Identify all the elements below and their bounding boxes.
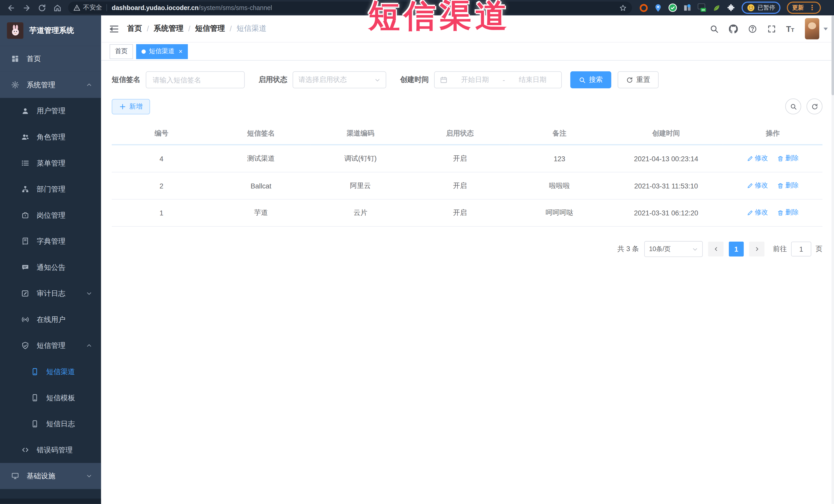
breadcrumb-sms[interactable]: 短信管理 xyxy=(195,24,225,34)
sidebar-item-user-management[interactable]: 用户管理 xyxy=(0,98,101,124)
date-start-placeholder: 开始日期 xyxy=(452,75,499,85)
toggle-search-button[interactable] xyxy=(785,98,801,114)
browser-update-button[interactable]: 更新 ⋮ xyxy=(787,2,821,14)
delete-link[interactable]: 删除 xyxy=(777,154,798,163)
header-search-icon[interactable] xyxy=(709,24,719,33)
delete-link[interactable]: 删除 xyxy=(777,181,798,190)
browser-forward-icon[interactable] xyxy=(22,3,31,12)
url-domain: dashboard.yudao.iocoder.cn xyxy=(112,4,199,12)
chevron-down-icon xyxy=(86,473,92,479)
tag-sms-channel[interactable]: 短信渠道 × xyxy=(136,44,188,59)
status-select[interactable]: 请选择启用状态 xyxy=(293,71,386,88)
next-page-button[interactable] xyxy=(749,242,764,257)
log-edit-icon xyxy=(21,289,29,297)
chevron-up-icon xyxy=(86,343,92,349)
sms-channel-table: 编号 短信签名 渠道编码 启用状态 备注 创建时间 操作 4 测试渠道 调试(钉… xyxy=(112,123,822,227)
sidebar-item-sms-channel[interactable]: 短信渠道 xyxy=(0,359,101,385)
trash-icon xyxy=(777,210,784,216)
font-size-icon[interactable]: TT xyxy=(786,24,794,33)
sidebar-item-audit-log[interactable]: 审计日志 xyxy=(0,280,101,307)
status-value: 开启 xyxy=(410,145,510,172)
extension-icons: on xyxy=(639,3,735,12)
sidebar-item-menu-management[interactable]: 菜单管理 xyxy=(0,150,101,176)
sidebar-item-dept-management[interactable]: 部门管理 xyxy=(0,176,101,202)
extension-check-icon[interactable] xyxy=(668,3,677,12)
select-chevron-down-icon xyxy=(692,246,698,252)
breadcrumb: 首页 / 系统管理 / 短信管理 / 短信渠道 xyxy=(127,24,266,34)
sidebar-logo[interactable]: 芋道管理系统 xyxy=(0,16,101,46)
sidebar-item-error-code[interactable]: 错误码管理 xyxy=(0,437,101,463)
sidebar-collapse-icon[interactable] xyxy=(109,24,119,34)
signature-label: 短信签名 xyxy=(112,75,140,85)
edit-link[interactable]: 修改 xyxy=(747,208,768,217)
page-unit-label: 页 xyxy=(815,244,822,254)
bookmark-star-icon[interactable] xyxy=(619,4,627,12)
close-tag-icon[interactable]: × xyxy=(179,48,182,55)
avatar-caret-down-icon[interactable] xyxy=(824,27,828,32)
table-row[interactable]: 1 芋道 云片 开启 呵呵呵哒 2021-03-31 06:12:20 修改 删… xyxy=(112,199,822,226)
sidebar-item-post-management[interactable]: 岗位管理 xyxy=(0,202,101,228)
tag-home[interactable]: 首页 xyxy=(110,44,133,59)
reset-button[interactable]: 重置 xyxy=(618,71,659,88)
extension-pin-icon[interactable] xyxy=(654,3,662,12)
extension-on-badge-icon[interactable]: on xyxy=(698,3,706,12)
update-label: 更新 xyxy=(792,4,804,12)
search-icon xyxy=(579,76,586,83)
github-icon[interactable] xyxy=(729,24,738,33)
sidebar-item-home[interactable]: 首页 xyxy=(0,46,101,72)
extension-leaf-icon[interactable] xyxy=(712,3,721,12)
main-content: 短信签名 启用状态 请选择启用状态 创建时间 开始日期 - 结束日期 搜索 xyxy=(101,61,834,504)
browser-scrollbar[interactable] xyxy=(831,16,834,504)
search-button[interactable]: 搜索 xyxy=(570,71,611,88)
sidebar: 芋道管理系统 首页 系统管理 用户管理 角色管理 菜单管理 部门管理 xyxy=(0,16,101,504)
extension-grid-icon[interactable] xyxy=(683,3,692,12)
sidebar-item-dict-management[interactable]: 字典管理 xyxy=(0,228,101,255)
prev-page-button[interactable] xyxy=(708,242,723,257)
browser-back-icon[interactable] xyxy=(7,3,16,12)
date-separator: - xyxy=(503,76,505,84)
dashboard-icon xyxy=(11,55,19,63)
sidebar-bottom-edge xyxy=(0,499,101,504)
goto-page-input[interactable] xyxy=(791,242,811,257)
filter-form: 短信签名 启用状态 请选择启用状态 创建时间 开始日期 - 结束日期 搜索 xyxy=(112,71,822,88)
current-page-button[interactable]: 1 xyxy=(729,242,744,257)
sidebar-item-online-users[interactable]: 在线用户 xyxy=(0,307,101,333)
edit-link[interactable]: 修改 xyxy=(747,181,768,190)
delete-link[interactable]: 删除 xyxy=(777,208,798,217)
refresh-table-button[interactable] xyxy=(807,98,822,114)
extension-orange-icon[interactable] xyxy=(639,3,648,12)
gear-icon xyxy=(11,81,19,89)
edit-link[interactable]: 修改 xyxy=(747,154,768,163)
sidebar-item-infrastructure[interactable]: 基础设施 xyxy=(0,463,101,489)
extensions-puzzle-icon[interactable] xyxy=(727,3,735,12)
sidebar-item-sms-management[interactable]: 短信管理 xyxy=(0,332,101,359)
goto-label: 前往 xyxy=(773,244,787,254)
paused-badge-label: 已暂停 xyxy=(758,4,775,12)
browser-reload-icon[interactable] xyxy=(38,3,46,12)
avatar[interactable] xyxy=(805,18,819,39)
fullscreen-icon[interactable] xyxy=(767,24,776,33)
signature-input[interactable] xyxy=(146,76,244,84)
help-icon[interactable] xyxy=(748,24,757,33)
sidebar-item-sms-template[interactable]: 短信模板 xyxy=(0,385,101,411)
breadcrumb-home[interactable]: 首页 xyxy=(127,24,142,34)
paused-extension-pill[interactable]: 已暂停 xyxy=(742,2,780,14)
table-header-row: 编号 短信签名 渠道编码 启用状态 备注 创建时间 操作 xyxy=(112,123,822,145)
add-button[interactable]: 新增 xyxy=(112,98,150,114)
online-signal-icon xyxy=(21,315,29,324)
table-row[interactable]: 4 测试渠道 调试(钉钉) 开启 123 2021-04-13 00:23:14… xyxy=(112,145,822,172)
sidebar-item-notice[interactable]: 通知公告 xyxy=(0,255,101,281)
page-size-select[interactable]: 10条/页 xyxy=(644,241,703,257)
sidebar-item-sms-log[interactable]: 短信日志 xyxy=(0,411,101,437)
browser-home-icon[interactable] xyxy=(53,3,62,12)
refresh-icon xyxy=(626,76,633,83)
plus-icon xyxy=(119,103,126,110)
browser-menu-dots-icon[interactable]: ⋮ xyxy=(809,4,815,12)
breadcrumb-system[interactable]: 系统管理 xyxy=(154,24,183,34)
address-bar[interactable]: 不安全 dashboard.yudao.iocoder.cn/system/sm… xyxy=(68,2,632,14)
table-row[interactable]: 2 Ballcat 阿里云 开启 啦啦啦 2021-03-31 11:53:10… xyxy=(112,172,822,199)
date-range-picker[interactable]: 开始日期 - 结束日期 xyxy=(434,71,562,88)
scrollbar-thumb[interactable] xyxy=(831,16,834,95)
sidebar-item-role-management[interactable]: 角色管理 xyxy=(0,124,101,150)
sidebar-item-system-management[interactable]: 系统管理 xyxy=(0,72,101,98)
